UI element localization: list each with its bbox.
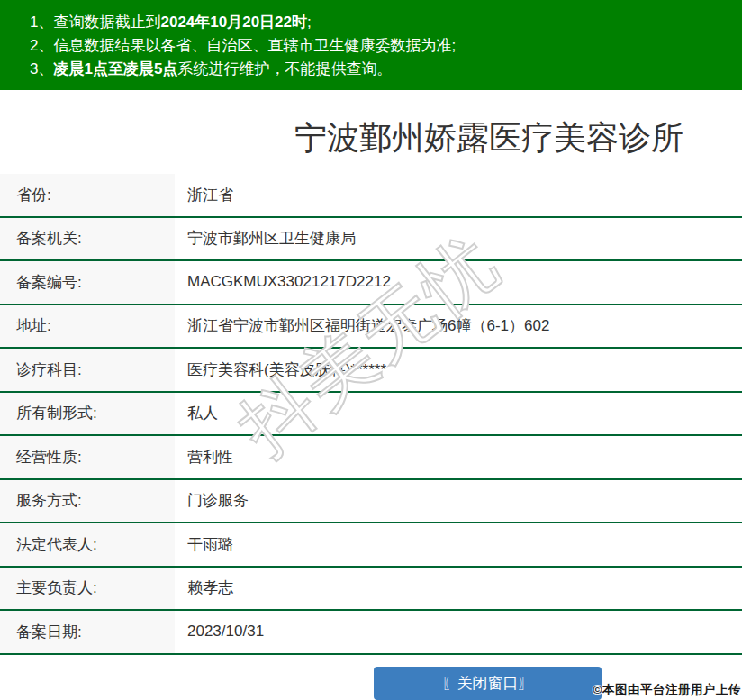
copyright-watermark: ©本图由平台注册用户上传: [593, 682, 741, 698]
close-window-button[interactable]: 〖关闭窗口〗: [374, 667, 602, 700]
row-label: 备案编号:: [0, 261, 175, 304]
table-row: 经营性质: 营利性: [0, 436, 742, 480]
row-value: 医疗美容科(美容皮肤科)******: [175, 349, 742, 391]
row-value: 浙江省宁波市鄞州区福明街道宏泰广场6幢（6-1）602: [175, 305, 742, 348]
notice-line-2-pre: 信息数据结果以各省、自治区、直辖市卫生健康委数据为准;: [53, 37, 456, 54]
license-record-page: 1、查询数据截止到2024年10月20日22时; 2、信息数据结果以各省、自治区…: [0, 0, 742, 700]
row-value: 营利性: [175, 436, 742, 478]
row-label: 地址:: [0, 305, 175, 348]
notice-line-1-num: 1、: [30, 14, 53, 31]
row-value: 宁波市鄞州区卫生健康局: [175, 218, 742, 260]
notice-line-1-pre: 查询数据截止到: [53, 14, 160, 31]
info-table: 省份: 浙江省 备案机关: 宁波市鄞州区卫生健康局 备案编号: MACGKMUX…: [0, 174, 742, 655]
row-value: 门诊服务: [175, 480, 742, 523]
notice-line-3-bold: 凌晨1点至凌晨5点: [53, 60, 177, 77]
row-label: 经营性质:: [0, 436, 175, 478]
table-row: 服务方式: 门诊服务: [0, 480, 742, 524]
page-title: 宁波鄞州娇露医疗美容诊所: [0, 90, 742, 174]
notice-line-3: 3、凌晨1点至凌晨5点系统进行维护，不能提供查询。: [30, 58, 735, 81]
row-value: 干雨璐: [175, 523, 742, 566]
table-row: 备案机关: 宁波市鄞州区卫生健康局: [0, 218, 742, 262]
table-row: 法定代表人: 干雨璐: [0, 523, 742, 568]
notice-line-3-num: 3、: [30, 60, 53, 77]
table-row: 所有制形式: 私人: [0, 393, 742, 437]
notice-line-3-post: 系统进行维护，不能提供查询。: [177, 60, 392, 77]
table-row: 主要负责人: 赖孝志: [0, 568, 742, 612]
row-label: 法定代表人:: [0, 523, 175, 566]
row-label: 诊疗科目:: [0, 349, 175, 391]
row-label: 主要负责人:: [0, 568, 175, 610]
notice-line-2: 2、信息数据结果以各省、自治区、直辖市卫生健康委数据为准;: [30, 34, 735, 58]
row-value: MACGKMUX33021217D2212: [175, 261, 742, 304]
row-label: 备案日期:: [0, 611, 175, 653]
row-value: 私人: [175, 393, 742, 435]
notice-line-1-post: ;: [307, 14, 312, 31]
table-row: 地址: 浙江省宁波市鄞州区福明街道宏泰广场6幢（6-1）602: [0, 305, 742, 350]
row-label: 服务方式:: [0, 480, 175, 523]
table-row: 备案编号: MACGKMUX33021217D2212: [0, 261, 742, 305]
notice-banner: 1、查询数据截止到2024年10月20日22时; 2、信息数据结果以各省、自治区…: [0, 0, 742, 90]
row-value: 浙江省: [175, 174, 742, 216]
notice-line-2-num: 2、: [30, 37, 53, 54]
row-label: 所有制形式:: [0, 393, 175, 435]
row-value: 赖孝志: [175, 568, 742, 610]
row-label: 备案机关:: [0, 218, 175, 260]
notice-line-1: 1、查询数据截止到2024年10月20日22时;: [30, 11, 735, 34]
row-value: 2023/10/31: [175, 611, 742, 653]
table-row: 备案日期: 2023/10/31: [0, 611, 742, 655]
notice-line-1-bold: 2024年10月20日22时: [160, 14, 307, 31]
row-label: 省份:: [0, 174, 175, 216]
table-row: 诊疗科目: 医疗美容科(美容皮肤科)******: [0, 349, 742, 393]
table-row: 省份: 浙江省: [0, 174, 742, 218]
